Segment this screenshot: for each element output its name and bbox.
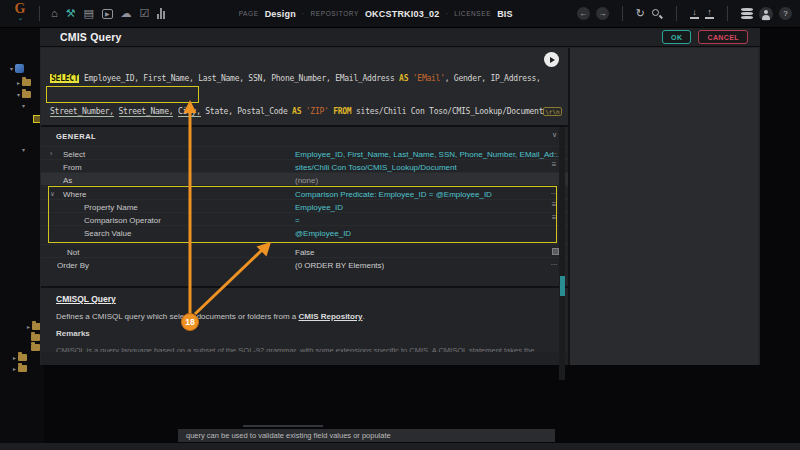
bottom-band: [0, 443, 800, 450]
property-row-search-value[interactable]: Search Value @Employee_ID: [41, 225, 568, 238]
application-window: G ⌄ ⌂ ⚒ ▤ ▶ ☁ ☑ PAGE Design · REPOSITORY…: [0, 0, 800, 450]
refresh-icon[interactable]: ↻: [636, 8, 645, 19]
tree-item[interactable]: ▾: [22, 103, 25, 109]
query-line-2: Street_Number, Street_Name, City, State,…: [50, 106, 562, 117]
licensee-label: LICENSEE: [454, 10, 491, 17]
help-description: Defines a CMISQL query which selects doc…: [56, 312, 365, 321]
folder-icon: [31, 344, 40, 351]
property-row-not[interactable]: Not False: [41, 244, 568, 257]
property-row-where[interactable]: ∨ Where Comparison Predicate: Employee_I…: [41, 186, 568, 199]
folder-icon: [22, 91, 31, 98]
dialog-title: CMIS Query: [60, 31, 122, 43]
scrollbar-thumb[interactable]: [560, 276, 565, 296]
folder-icon: [18, 354, 27, 361]
property-row-order-by[interactable]: Order By (0 ORDER BY Elements) ...: [41, 257, 568, 270]
download-icon[interactable]: ↓: [690, 8, 699, 19]
folder-icon: [18, 365, 27, 372]
divider: [676, 6, 677, 21]
play-icon: [550, 57, 555, 63]
topbar-controls: ← → ↻ ↓ ↑ ?: [577, 6, 792, 21]
app-logo[interactable]: G ⌄: [8, 2, 32, 26]
section-header[interactable]: GENERAL ∨: [41, 127, 568, 145]
tools-icon[interactable]: ⚒: [66, 8, 76, 19]
cmis-query-dialog: CMIS Query OK CANCEL SELECT Employee_ID,…: [40, 28, 760, 365]
property-row-property-name[interactable]: Property Name Employee_ID ≡: [41, 199, 568, 212]
search-icon[interactable]: [651, 8, 663, 20]
divider: [622, 6, 623, 21]
context-info: PAGE Design · REPOSITORY OKCSTRKI03_02 ·…: [239, 9, 513, 19]
help-panel: CMISQL Query Defines a CMISQL query whic…: [41, 286, 568, 352]
home-icon[interactable]: ⌂: [51, 8, 58, 19]
dialog-header: CMIS Query OK CANCEL: [40, 28, 760, 47]
tree-item[interactable]: [31, 334, 40, 341]
help-heading: CMISQL Query: [56, 294, 116, 304]
clipboard-icon[interactable]: ☑: [140, 8, 150, 19]
property-row-select[interactable]: › Select Employee_ID, First_Name, Last_N…: [41, 146, 568, 159]
separator-dot: ·: [446, 9, 449, 18]
query-line-1: SELECT Employee_ID, First_Name, Last_Nam…: [50, 73, 562, 84]
page-label: PAGE: [239, 10, 259, 17]
navigation-tree: ▾ ▸ ▾ ▾ ▾ ▸ ▸ ▸: [0, 28, 44, 450]
archive-icon[interactable]: ▤: [84, 8, 94, 19]
tree-item[interactable]: ▾: [22, 147, 25, 153]
dialog-side-panel: [568, 48, 758, 365]
collapse-icon[interactable]: ∨: [50, 190, 55, 198]
logo-chevron-icon: ⌄: [18, 14, 23, 21]
ok-button[interactable]: OK: [662, 30, 691, 44]
bar-chart-icon[interactable]: [157, 8, 165, 19]
divider: [727, 6, 728, 21]
property-row-from[interactable]: From sites/Chili Con Toso/CMIS_Lookup/Do…: [41, 159, 568, 172]
remarks-heading: Remarks: [56, 329, 90, 338]
upload-cloud-icon[interactable]: ☁: [121, 8, 132, 19]
help-icon[interactable]: ?: [779, 7, 792, 20]
forward-icon[interactable]: →: [596, 7, 609, 20]
section-label: GENERAL: [56, 132, 96, 141]
repository-label: REPOSITORY: [311, 10, 359, 17]
panel-footer-strip: [41, 352, 568, 365]
back-icon[interactable]: ←: [577, 7, 590, 20]
topbar: G ⌄ ⌂ ⚒ ▤ ▶ ☁ ☑ PAGE Design · REPOSITORY…: [0, 0, 800, 28]
database-stack-icon[interactable]: [741, 8, 753, 19]
licensee-value[interactable]: BIS: [497, 9, 513, 19]
checkbox-icon[interactable]: [552, 248, 559, 255]
tree-item[interactable]: ▸: [17, 79, 31, 86]
page-value[interactable]: Design: [265, 9, 296, 19]
cmis-repository-link[interactable]: CMIS Repository: [298, 312, 362, 321]
tree-item[interactable]: ▸: [13, 354, 27, 361]
chevron-down-icon[interactable]: ∨: [552, 131, 557, 139]
whitespace-token: \r\n: [543, 107, 561, 116]
property-row-as[interactable]: As (none): [41, 172, 568, 185]
tree-item[interactable]: [31, 344, 40, 351]
property-row-comparison-operator[interactable]: Comparison Operator = ≡: [41, 212, 568, 225]
upload-icon[interactable]: ↑: [705, 8, 714, 19]
run-icon[interactable]: ▶: [102, 9, 113, 19]
run-query-button[interactable]: [544, 52, 559, 67]
separator-dot: ·: [302, 9, 305, 18]
repository-node-icon: [15, 64, 24, 73]
repository-value[interactable]: OKCSTRKI03_02: [365, 9, 440, 19]
query-editor[interactable]: SELECT Employee_ID, First_Name, Last_Nam…: [41, 48, 568, 127]
divider: [243, 425, 323, 427]
scrollbar-track[interactable]: [559, 127, 565, 380]
expand-icon[interactable]: ›: [50, 150, 52, 157]
folder-icon: [22, 79, 31, 86]
tree-item[interactable]: ▸: [27, 323, 41, 330]
divider: [39, 6, 40, 21]
user-account-icon[interactable]: [759, 7, 773, 21]
tree-item[interactable]: ▸: [13, 365, 27, 372]
property-grid: GENERAL ∨ › Select Employee_ID, First_Na…: [41, 127, 568, 284]
folder-icon: [31, 334, 40, 341]
cancel-button[interactable]: CANCEL: [698, 30, 748, 44]
tree-item[interactable]: ▾: [17, 91, 31, 98]
tree-root-item[interactable]: ▾: [10, 64, 24, 73]
tooltip-bar: query can be used to validate existing f…: [178, 429, 555, 442]
